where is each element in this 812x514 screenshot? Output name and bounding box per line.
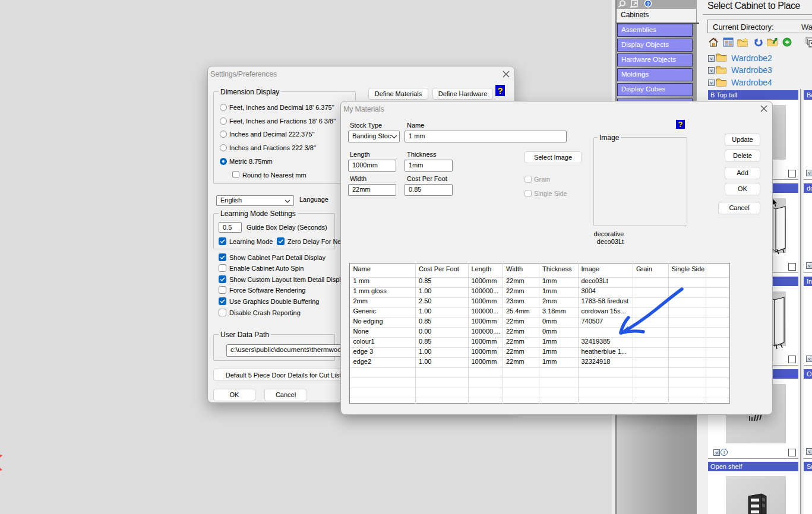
svg-text:?: ?	[646, 1, 650, 7]
